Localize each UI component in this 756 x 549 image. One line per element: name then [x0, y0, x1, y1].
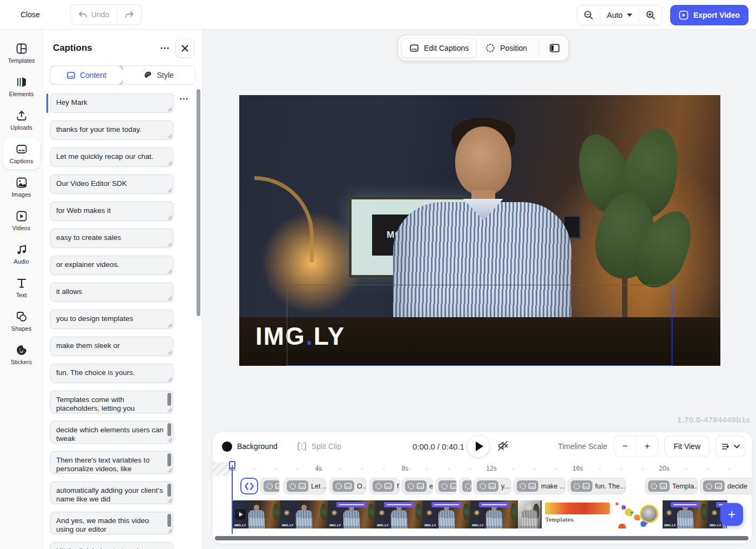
panel-more-options-button[interactable]: [157, 40, 173, 56]
caption-text-input[interactable]: [50, 542, 173, 549]
video-thumbnail[interactable]: IMG.LY: [328, 500, 375, 528]
caption-row: [50, 310, 191, 329]
caption-clip[interactable]: decide: [700, 478, 752, 494]
caption-clip[interactable]: e: [402, 478, 433, 494]
caption-row-more-button[interactable]: [180, 98, 188, 100]
sidebar-item-uploads[interactable]: Uploads: [3, 104, 40, 136]
caption-row: [50, 283, 191, 302]
mute-button[interactable]: [497, 440, 509, 452]
panel-scrollbar[interactable]: [197, 89, 200, 316]
caption-row: [50, 391, 191, 413]
background-label: Background: [237, 442, 278, 451]
zoom-in-button[interactable]: [639, 5, 662, 25]
caption-clip[interactable]: O...: [329, 478, 367, 494]
caption-text-input[interactable]: [50, 148, 173, 167]
sidebar-item-templates[interactable]: Templates: [3, 37, 40, 69]
video-thumbnail[interactable]: IMG.LY: [663, 500, 708, 528]
caption-clip[interactable]: fun. The...: [568, 478, 626, 494]
caption-text-input[interactable]: [50, 256, 173, 275]
thumb-doodle: [634, 514, 640, 520]
video-thumbnail[interactable]: IMG.LY: [470, 500, 518, 528]
video-thumbnail[interactable]: IMG.LY: [423, 500, 470, 528]
position-button[interactable]: Position: [478, 38, 535, 58]
more-options-icon: [160, 47, 169, 49]
toggle-panel-button[interactable]: [544, 38, 565, 58]
timeline-ruler[interactable]: 0s4s8s12s16s20s: [213, 462, 752, 476]
sidebar-item-videos[interactable]: Videos: [3, 205, 40, 236]
timeline-zoom-in-button[interactable]: +: [636, 436, 658, 457]
sidebar-item-stickers[interactable]: Stickers: [3, 339, 40, 370]
sidebar-item-text[interactable]: Text: [3, 272, 40, 303]
caption-text-input[interactable]: [50, 512, 173, 534]
caption-text-input[interactable]: [50, 202, 173, 221]
split-clip-button[interactable]: Split Clip: [297, 441, 341, 451]
panel-close-button[interactable]: [175, 38, 194, 58]
tab-content[interactable]: Content: [50, 65, 123, 85]
timeline-zoom-group: − +: [614, 436, 658, 457]
caption-text-input[interactable]: [50, 364, 173, 383]
video-thumbnail[interactable]: [614, 500, 663, 528]
fit-view-button[interactable]: Fit View: [665, 436, 709, 457]
caption-text-input[interactable]: [50, 451, 173, 474]
sidebar-item-elements[interactable]: Elements: [3, 71, 40, 102]
video-thumbnail[interactable]: Templates.: [541, 500, 614, 528]
export-video-button[interactable]: Export Video: [670, 5, 748, 25]
caption-text-input[interactable]: [50, 337, 173, 356]
selection-toolbar: Edit Captions Position: [399, 36, 568, 61]
video-preview[interactable]: MOTION IMG.LY: [239, 95, 720, 366]
caption-clip[interactable]: Templa..: [645, 478, 698, 494]
video-thumbnail[interactable]: [518, 500, 541, 528]
caption-clip[interactable]: [435, 478, 457, 494]
play-icon: [476, 441, 483, 451]
caption-clip[interactable]: [240, 478, 258, 494]
caption-text-input[interactable]: [50, 391, 173, 413]
caption-clip-track: Let ...O...f...ey...make ...fun. The...T…: [213, 478, 752, 495]
edit-captions-button[interactable]: Edit Captions: [401, 38, 477, 58]
timeline-horizontal-scrollbar[interactable]: [215, 536, 748, 540]
caption-text-input[interactable]: [50, 283, 173, 302]
textarea-scrollbar[interactable]: [167, 514, 171, 527]
sidebar-item-images[interactable]: Images: [3, 171, 40, 203]
tab-style[interactable]: Style: [123, 66, 195, 84]
caption-clip[interactable]: make ...: [514, 478, 565, 494]
undo-button[interactable]: Undo: [71, 5, 117, 24]
thumb-watermark: IMG.LY: [472, 524, 484, 527]
video-thumbnail[interactable]: IMG.LY: [233, 500, 280, 528]
caption-clip[interactable]: Let ...: [284, 478, 326, 494]
caption-text-input[interactable]: [50, 229, 173, 248]
play-button[interactable]: [468, 436, 489, 457]
redo-button[interactable]: [117, 5, 141, 24]
add-clip-button[interactable]: +: [720, 503, 743, 526]
close-button[interactable]: Close: [21, 10, 40, 19]
caption-clip[interactable]: y...: [474, 478, 511, 494]
caption-text-input[interactable]: [50, 93, 173, 113]
textarea-scrollbar[interactable]: [167, 393, 171, 406]
background-color-swatch[interactable]: [222, 441, 232, 452]
textarea-scrollbar[interactable]: [167, 453, 171, 466]
thumb-person-shirt: [677, 510, 693, 528]
zoom-out-button[interactable]: [577, 5, 600, 25]
sidebar-item-audio[interactable]: Audio: [3, 238, 40, 270]
caption-clip[interactable]: [459, 478, 472, 494]
clip-label: make ...: [541, 483, 565, 490]
thumb-lamp: [332, 510, 337, 515]
sidebar-item-captions[interactable]: Captions: [3, 138, 40, 169]
timeline-settings-button[interactable]: [716, 436, 745, 457]
textarea-scrollbar[interactable]: [167, 423, 171, 436]
caption-text-input[interactable]: [50, 310, 173, 329]
dashed-circle-icon: [266, 483, 273, 490]
caption-text-input[interactable]: [50, 175, 173, 194]
video-thumbnail[interactable]: IMG.LY: [375, 500, 423, 528]
textarea-scrollbar[interactable]: [167, 484, 171, 497]
sidebar-item-shapes[interactable]: Shapes: [3, 305, 40, 337]
caption-text-input[interactable]: [50, 120, 173, 140]
video-thumbnail[interactable]: IMG.LY: [280, 500, 328, 528]
caption-clip[interactable]: f...: [369, 478, 400, 494]
video-track[interactable]: IMG.LYIMG.LYIMG.LYIMG.LYIMG.LYIMG.LYTemp…: [233, 500, 727, 528]
caption-text-input[interactable]: [50, 481, 173, 504]
caption-text-input[interactable]: [50, 421, 173, 444]
zoom-level-dropdown[interactable]: Auto: [600, 5, 639, 25]
caption-clip[interactable]: [260, 478, 280, 494]
timeline-zoom-out-button[interactable]: −: [614, 436, 636, 457]
thumb-plant: [273, 504, 279, 520]
